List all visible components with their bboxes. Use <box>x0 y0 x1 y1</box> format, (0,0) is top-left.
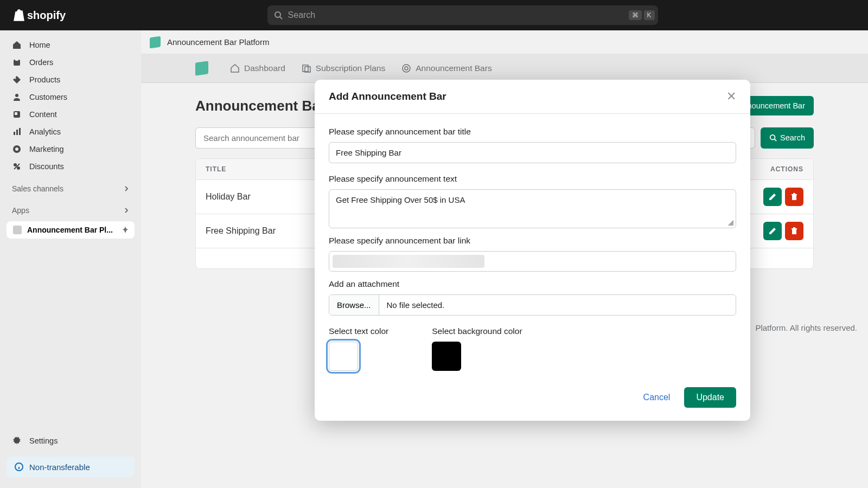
global-search[interactable]: Search ⌘ K <box>267 5 658 25</box>
shopify-bag-icon <box>13 9 25 22</box>
shopify-logo: shopify <box>13 9 66 22</box>
sidebar: Home Orders Products Customers Content A… <box>0 30 141 488</box>
bar-text-input[interactable]: Get Free Shipping Over 50$ in USA <box>329 189 736 228</box>
sidebar-item-label: Products <box>29 75 60 84</box>
info-icon <box>14 462 24 472</box>
svg-rect-28 <box>793 193 795 194</box>
sidebar-item-label: Customers <box>29 93 67 101</box>
app-item-label: Announcement Bar Pl... <box>27 226 113 234</box>
label-bg-color: Select background color <box>432 326 522 336</box>
svg-point-22 <box>405 67 408 70</box>
chevron-right-icon <box>124 208 129 213</box>
edit-button[interactable] <box>763 222 782 240</box>
sidebar-item-orders[interactable]: Orders <box>4 54 137 70</box>
app-icon <box>13 226 22 234</box>
sidebar-item-label: Analytics <box>29 127 61 136</box>
add-announcement-modal: Add Announcement Bar ✕ Please specify an… <box>315 80 750 421</box>
close-icon[interactable]: ✕ <box>726 89 736 104</box>
sidebar-item-discounts[interactable]: Discounts <box>4 158 137 175</box>
svg-rect-3 <box>15 59 18 61</box>
bar-link-input[interactable] <box>329 251 736 272</box>
brand-text: shopify <box>27 9 66 22</box>
svg-rect-30 <box>792 228 797 229</box>
sidebar-item-label: Content <box>29 110 57 119</box>
column-actions: ACTIONS <box>770 165 803 173</box>
sidebar-item-analytics[interactable]: Analytics <box>4 124 137 140</box>
svg-line-25 <box>775 139 777 141</box>
page-header-title: Announcement Bar Platform <box>167 37 269 47</box>
svg-point-12 <box>15 147 18 151</box>
svg-rect-9 <box>16 130 18 135</box>
tab-announcement-bars[interactable]: Announcement Bars <box>401 63 492 73</box>
sidebar-app-announcement-bar[interactable]: Announcement Bar Pl... <box>7 221 135 239</box>
bg-color-picker[interactable] <box>432 342 461 371</box>
svg-rect-20 <box>303 65 308 72</box>
bar-title-input[interactable] <box>329 142 736 163</box>
svg-rect-7 <box>15 112 17 115</box>
cancel-button[interactable]: Cancel <box>635 387 679 408</box>
page-title: Announcement Bars <box>195 98 333 114</box>
svg-rect-29 <box>792 229 796 234</box>
svg-point-5 <box>15 94 18 97</box>
plans-icon <box>302 63 311 73</box>
search-shortcut: ⌘ K <box>629 10 655 20</box>
content-icon <box>12 110 22 119</box>
svg-point-0 <box>275 12 280 17</box>
tab-subscription-plans[interactable]: Subscription Plans <box>302 63 385 73</box>
sidebar-item-content[interactable]: Content <box>4 106 137 123</box>
edit-button[interactable] <box>763 188 782 206</box>
app-tabs: Dashboard Subscription Plans Announcemen… <box>141 54 868 83</box>
sidebar-section-sales-channels[interactable]: Sales channels <box>4 180 137 197</box>
tab-dashboard[interactable]: Dashboard <box>230 63 285 73</box>
home-icon <box>230 63 240 73</box>
label-bar-link: Please specify announcement bar link <box>329 236 736 246</box>
label-attachment: Add an attachment <box>329 279 736 289</box>
customers-icon <box>12 92 22 102</box>
sidebar-item-label: Orders <box>29 58 53 67</box>
app-logo-icon <box>150 36 161 48</box>
text-color-picker[interactable] <box>329 342 358 371</box>
label-text-color: Select text color <box>329 326 388 336</box>
search-placeholder: Search <box>288 10 316 20</box>
gear-icon <box>401 63 411 73</box>
svg-point-24 <box>770 134 775 139</box>
label-bar-text: Please specify announcement text <box>329 174 736 184</box>
search-button[interactable]: Search <box>761 127 814 149</box>
sidebar-item-products[interactable]: Products <box>4 72 137 88</box>
pin-icon[interactable] <box>122 226 129 234</box>
products-icon <box>12 75 22 85</box>
file-status: No file selected. <box>379 295 452 315</box>
update-button[interactable]: Update <box>684 387 736 408</box>
modal-title: Add Announcement Bar <box>329 91 446 102</box>
page-header: Announcement Bar Platform <box>141 30 868 54</box>
discounts-icon <box>12 162 22 171</box>
loading-placeholder <box>333 255 484 268</box>
chevron-right-icon <box>124 186 129 191</box>
delete-button[interactable] <box>785 188 803 206</box>
orders-icon <box>12 57 22 67</box>
svg-point-23 <box>403 65 410 72</box>
sidebar-item-customers[interactable]: Customers <box>4 89 137 105</box>
top-bar: shopify Search ⌘ K <box>0 0 868 30</box>
svg-rect-10 <box>19 128 21 135</box>
svg-rect-27 <box>792 194 797 195</box>
svg-line-1 <box>280 17 282 19</box>
svg-point-13 <box>14 163 17 166</box>
delete-button[interactable] <box>785 222 803 240</box>
sidebar-item-home[interactable]: Home <box>4 37 137 53</box>
gear-icon <box>12 436 22 446</box>
svg-rect-26 <box>792 195 796 200</box>
svg-point-4 <box>15 78 16 79</box>
attachment-field: Browse... No file selected. <box>329 294 736 316</box>
sidebar-item-label: Discounts <box>29 162 64 171</box>
label-bar-title: Please specify announcement bar title <box>329 127 736 137</box>
svg-rect-8 <box>14 132 15 135</box>
svg-point-14 <box>17 166 20 170</box>
sidebar-item-marketing[interactable]: Marketing <box>4 141 137 157</box>
home-icon <box>12 40 22 50</box>
sidebar-item-settings[interactable]: Settings <box>4 432 137 450</box>
browse-button[interactable]: Browse... <box>329 295 379 315</box>
search-icon <box>274 11 283 20</box>
sidebar-item-label: Marketing <box>29 145 64 153</box>
sidebar-section-apps[interactable]: Apps <box>4 202 137 219</box>
